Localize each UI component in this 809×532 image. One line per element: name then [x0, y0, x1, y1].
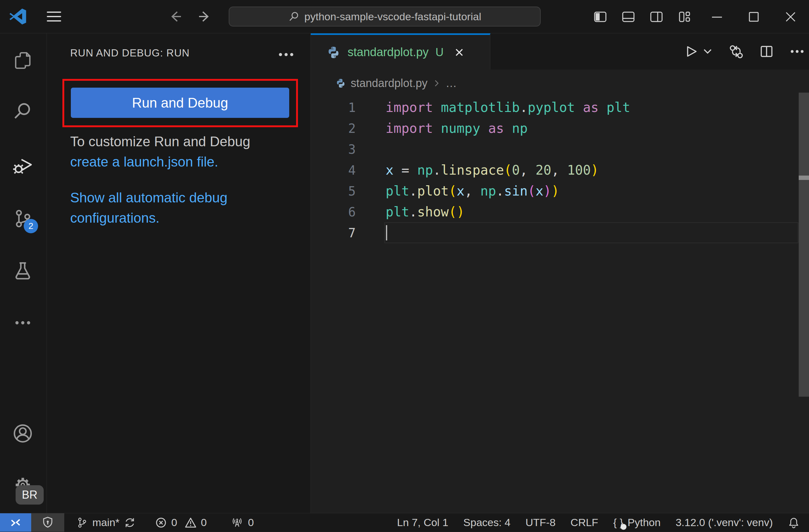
forwarded-ports-indicator[interactable]: 0 — [223, 513, 261, 532]
line-number: 3 — [311, 142, 356, 157]
indentation[interactable]: Spaces: 4 — [456, 513, 518, 532]
line-number: 2 — [311, 121, 356, 136]
language-mode[interactable]: { } Python — [606, 513, 668, 532]
line-number: 7 — [311, 226, 356, 240]
profile-badge[interactable]: BR — [16, 485, 44, 504]
toggle-sidebar-icon[interactable] — [593, 10, 607, 24]
vscode-logo-icon — [9, 7, 27, 25]
editor-toolbar — [684, 33, 805, 70]
line-number: 5 — [311, 184, 356, 198]
line-text: plt.plot(x, np.sin(x)) — [356, 183, 559, 199]
toggle-secondary-sidebar-icon[interactable] — [649, 10, 664, 24]
language-status-icon: { } — [613, 516, 623, 529]
run-and-debug-button[interactable]: Run and Debug — [71, 88, 289, 118]
line-number: 4 — [311, 163, 356, 177]
line-number: 6 — [311, 205, 356, 219]
tab-standardplot[interactable]: standardplot.py U — [311, 33, 490, 70]
python-interpreter[interactable]: 3.12.0 ('.venv': venv) — [668, 513, 780, 532]
command-center-search[interactable]: python-sample-vscode-fastapi-tutorial — [229, 6, 541, 26]
auto-configs-text: Show all automatic debug configurations. — [70, 188, 276, 228]
tab-filename: standardplot.py — [347, 46, 429, 59]
run-and-debug-icon[interactable] — [13, 155, 33, 176]
line-text: import matplotlib.pyplot as plt — [356, 100, 630, 115]
split-editor-icon[interactable] — [759, 44, 774, 59]
customize-layout-icon[interactable] — [677, 10, 692, 24]
workspace-trust-icon[interactable] — [31, 513, 64, 532]
search-input-value: python-sample-vscode-fastapi-tutorial — [305, 11, 481, 23]
create-launch-json-link[interactable]: create a launch.json file. — [70, 154, 218, 169]
activity-bar: 2 BR — [0, 33, 47, 513]
error-count: 0 — [171, 516, 177, 529]
minimize-icon[interactable] — [710, 10, 724, 24]
explorer-icon[interactable] — [13, 50, 33, 71]
editor-group: standardplot.py U — [311, 33, 809, 513]
problems-indicator[interactable]: 0 0 — [148, 513, 214, 532]
eol-sequence[interactable]: CRLF — [563, 513, 606, 532]
close-icon[interactable] — [784, 10, 798, 24]
code-line-2[interactable]: 2import numpy as np — [311, 118, 809, 139]
views-more-actions-icon[interactable] — [276, 48, 296, 61]
notifications-bell[interactable] — [780, 513, 809, 532]
code-line-3[interactable]: 3 — [311, 139, 809, 160]
code-line-1[interactable]: 1import matplotlib.pyplot as plt — [311, 97, 809, 118]
show-auto-configs-link[interactable]: Show all automatic debug configurations. — [70, 190, 227, 226]
toggle-panel-icon[interactable] — [621, 10, 636, 24]
line-text: plt.show() — [356, 204, 465, 219]
line-text: x = np.linspace(0, 20, 100) — [356, 162, 599, 178]
run-dropdown-chevron-icon[interactable] — [702, 44, 713, 59]
sidebar-title: RUN AND DEBUG: RUN — [70, 47, 190, 59]
run-python-file-icon[interactable] — [684, 44, 699, 59]
current-line-highlight — [384, 222, 798, 243]
language-name: Python — [628, 516, 661, 529]
more-views-icon[interactable] — [13, 313, 33, 333]
python-file-icon — [336, 78, 346, 88]
remote-indicator[interactable] — [0, 513, 31, 532]
ports-count: 0 — [248, 516, 254, 529]
customize-hint-text: To customize Run and Debug create a laun… — [70, 131, 276, 172]
breadcrumb-file[interactable]: standardplot.py — [351, 77, 427, 90]
editor-scrollbar[interactable] — [799, 93, 809, 397]
run-debug-sidebar: RUN AND DEBUG: RUN Run and Debug To cust… — [47, 33, 311, 513]
code-lines[interactable]: 1import matplotlib.pyplot as plt2import … — [311, 97, 809, 243]
title-bar: python-sample-vscode-fastapi-tutorial — [0, 0, 809, 33]
status-bar: main* 0 0 0 Ln 7, Col 1 Sp — [0, 513, 809, 532]
chevron-right-icon — [432, 79, 441, 87]
tab-close-icon[interactable] — [453, 46, 465, 59]
text-cursor — [386, 225, 387, 241]
back-arrow-icon[interactable] — [169, 10, 183, 24]
sync-icon[interactable] — [124, 517, 136, 529]
menu-icon[interactable] — [47, 10, 61, 23]
search-icon[interactable] — [13, 101, 33, 121]
code-line-6[interactable]: 6plt.show() — [311, 201, 809, 222]
code-line-4[interactable]: 4x = np.linspace(0, 20, 100) — [311, 160, 809, 180]
warning-icon — [185, 517, 196, 529]
testing-icon[interactable] — [13, 260, 33, 281]
line-number: 1 — [311, 101, 356, 115]
breadcrumb[interactable]: standardplot.py … — [311, 70, 809, 97]
branch-name: main* — [92, 516, 120, 529]
search-icon — [288, 11, 299, 22]
python-file-icon — [327, 46, 340, 59]
code-line-7[interactable]: 7 — [311, 222, 809, 243]
radio-tower-icon — [230, 516, 244, 529]
account-icon[interactable] — [13, 423, 33, 444]
customize-hint-prefix: To customize Run and Debug — [70, 134, 250, 149]
tab-bar: standardplot.py U — [311, 33, 809, 70]
forward-arrow-icon[interactable] — [197, 10, 211, 24]
maximize-icon[interactable] — [746, 10, 761, 24]
error-icon — [155, 517, 167, 529]
tab-modified-indicator: U — [435, 46, 444, 59]
editor-more-actions-icon[interactable] — [790, 44, 805, 59]
scrollbar-cursor-marker — [799, 176, 809, 180]
warning-count: 0 — [201, 516, 207, 529]
line-text: import numpy as np — [356, 121, 528, 136]
bell-icon — [788, 517, 799, 529]
branch-indicator[interactable]: main* — [69, 513, 143, 532]
cursor-position[interactable]: Ln 7, Col 1 — [390, 513, 456, 532]
code-line-5[interactable]: 5plt.plot(x, np.sin(x)) — [311, 180, 809, 201]
open-changes-icon[interactable] — [728, 44, 743, 59]
encoding[interactable]: UTF-8 — [518, 513, 563, 532]
breadcrumb-symbol-ellipsis[interactable]: … — [446, 77, 457, 90]
source-control-badge: 2 — [24, 219, 38, 233]
